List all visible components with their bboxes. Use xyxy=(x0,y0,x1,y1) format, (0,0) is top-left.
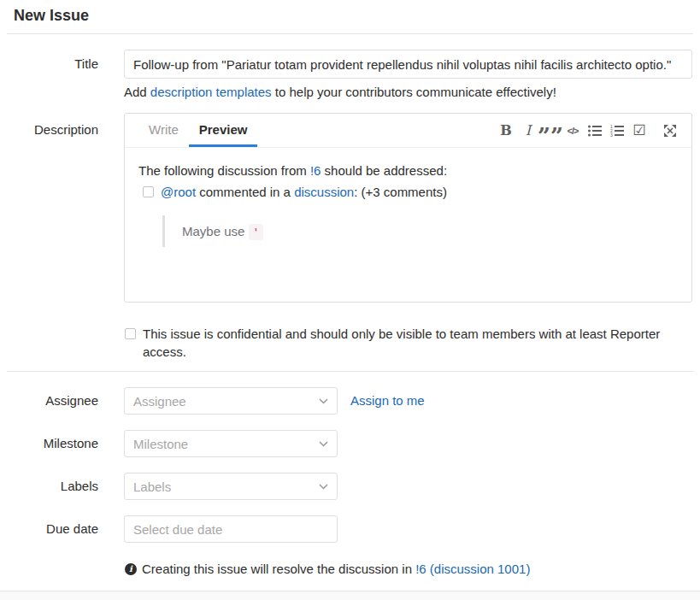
confidential-checkbox[interactable] xyxy=(125,328,136,339)
preview-intro-line: The following discussion from !6 should … xyxy=(138,162,678,179)
resolve-discussion-note: i Creating this issue will resolve the d… xyxy=(125,562,700,576)
title-help-suffix: to help your contributors communicate ef… xyxy=(272,85,556,99)
task-item-text: @root commented in a discussion: (+3 com… xyxy=(161,184,447,201)
editor-header: Write Preview B I ”” </> xyxy=(125,114,691,148)
editor-tabs: Write Preview xyxy=(138,114,257,147)
milestone-dropdown[interactable]: Milestone xyxy=(124,430,338,457)
description-label: Description xyxy=(0,121,98,138)
resolve-note-prefix: Creating this issue will resolve the dis… xyxy=(142,562,415,576)
title-help-text: Add description templates to help your c… xyxy=(124,85,700,99)
description-row: Description Write Preview B I ”” </> xyxy=(0,113,700,303)
title-input[interactable] xyxy=(124,50,692,79)
svg-text:3: 3 xyxy=(610,132,613,137)
bullet-list-button[interactable] xyxy=(584,118,606,144)
code-button[interactable]: </> xyxy=(562,118,584,144)
numbered-list-icon: 1 2 3 xyxy=(610,125,624,137)
chevron-down-icon xyxy=(319,398,328,404)
labels-dropdown[interactable]: Labels xyxy=(124,473,338,500)
task-checkbox[interactable] xyxy=(143,186,154,197)
labels-placeholder: Labels xyxy=(133,479,171,494)
new-issue-page: New Issue Title Add description template… xyxy=(0,5,700,600)
task-list-item: @root commented in a discussion: (+3 com… xyxy=(143,184,678,201)
assignee-dropdown[interactable]: Assignee xyxy=(124,387,338,415)
description-templates-link[interactable]: description templates xyxy=(150,85,272,99)
title-label: Title xyxy=(0,50,98,79)
tab-write[interactable]: Write xyxy=(138,114,189,147)
milestone-label: Milestone xyxy=(0,430,98,457)
milestone-row: Milestone Milestone xyxy=(0,430,700,457)
italic-button[interactable]: I xyxy=(517,118,539,144)
assign-to-me-link[interactable]: Assign to me xyxy=(350,387,425,415)
labels-label: Labels xyxy=(0,473,98,500)
confidential-label[interactable]: This issue is confidential and should on… xyxy=(143,325,679,361)
user-link[interactable]: @root xyxy=(161,185,196,199)
markdown-editor: Write Preview B I ”” </> xyxy=(124,113,692,303)
confidential-row: This issue is confidential and should on… xyxy=(125,325,686,361)
title-row: Title Add description templates to help … xyxy=(0,50,700,99)
assignee-placeholder: Assignee xyxy=(133,394,186,409)
bullet-list-icon xyxy=(588,125,602,137)
merge-request-link[interactable]: !6 xyxy=(310,163,321,178)
task-middle-text: commented in a xyxy=(196,185,294,199)
assignee-row: Assignee Assignee Assign to me xyxy=(0,387,700,415)
header-divider xyxy=(7,33,693,34)
discussion-link[interactable]: discussion xyxy=(294,185,354,199)
fullscreen-button[interactable] xyxy=(659,118,681,144)
due-date-input[interactable] xyxy=(124,515,338,543)
section-divider xyxy=(7,371,693,372)
tab-preview[interactable]: Preview xyxy=(189,114,258,147)
editor-toolbar: B I ”” </> 1 xyxy=(495,114,681,147)
markdown-preview: The following discussion from !6 should … xyxy=(125,148,691,262)
page-title: New Issue xyxy=(14,5,700,26)
fullscreen-icon xyxy=(664,125,676,137)
inline-code: ' xyxy=(249,224,264,240)
assignee-label: Assignee xyxy=(0,387,98,415)
quote-text: Maybe use xyxy=(182,224,249,238)
chevron-down-icon xyxy=(319,484,328,490)
info-icon: i xyxy=(125,563,137,575)
chevron-down-icon xyxy=(319,441,328,447)
resolve-note-text: Creating this issue will resolve the dis… xyxy=(142,562,530,576)
bold-button[interactable]: B xyxy=(495,118,517,144)
quoted-comment: Maybe use ' xyxy=(162,215,678,247)
resolve-discussion-link[interactable]: !6 (discussion 1001) xyxy=(415,562,530,576)
due-date-row: Due date xyxy=(0,515,700,543)
quote-button[interactable]: ”” xyxy=(539,118,562,144)
form-actions-footer xyxy=(0,591,700,600)
numbered-list-button[interactable]: 1 2 3 xyxy=(606,118,628,144)
title-help-prefix: Add xyxy=(124,85,150,99)
milestone-placeholder: Milestone xyxy=(133,437,188,451)
preview-intro-suffix: should be addressed: xyxy=(321,163,447,178)
task-list-button[interactable]: ☑ xyxy=(628,118,650,144)
labels-row: Labels Labels xyxy=(0,473,700,500)
due-date-label: Due date xyxy=(0,515,98,543)
task-suffix-text: : (+3 comments) xyxy=(354,185,447,199)
preview-intro-prefix: The following discussion from xyxy=(138,163,310,178)
